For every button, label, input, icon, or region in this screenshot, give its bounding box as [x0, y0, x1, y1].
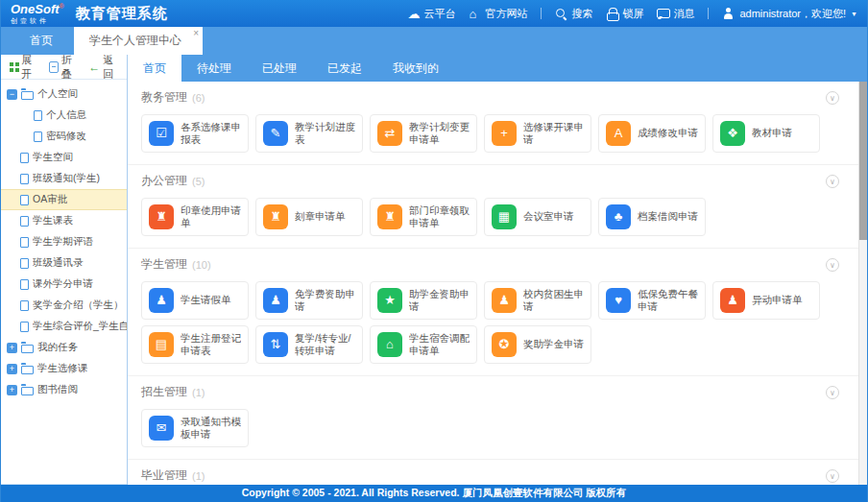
sidebar-tree-item[interactable]: 学生空间 — [1, 147, 127, 168]
card-label: 教学计划变更申请单 — [409, 121, 470, 146]
workflow-section: 教务管理 (6) ☑ 各系选修课申报表 ✎ 教学计划进度表 ⇄ 教学计划变更申请… — [128, 82, 858, 164]
workflow-card[interactable]: ★ 助学金资助申请 — [370, 281, 477, 320]
sidebar-tree-item[interactable]: OA审批 — [1, 189, 127, 210]
main-tab[interactable]: 待处理 — [181, 55, 247, 82]
chevron-down-icon[interactable] — [826, 175, 839, 188]
scrollbar-thumb[interactable] — [859, 82, 867, 240]
main-tab[interactable]: 已处理 — [247, 55, 312, 82]
window-tab[interactable]: 首页 — [14, 27, 68, 55]
grade-edit-icon: A — [606, 121, 631, 146]
tree-item-label: 学生课表 — [33, 214, 73, 227]
card-label: 部门印章领取申请单 — [409, 204, 470, 229]
doc-icon — [20, 216, 29, 227]
sidebar-tree-item[interactable]: 学生选修课 — [1, 358, 127, 379]
doc-icon — [20, 153, 29, 163]
workflow-section: 办公管理 (5) ♜ 印章使用申请单 ♜ 刻章申请单 ♜ 部门印章领取申请单 ▦… — [128, 164, 858, 248]
section-count: (6) — [192, 92, 205, 104]
workflow-card[interactable]: ⌂ 学生宿舍调配申请单 — [370, 325, 477, 364]
doc-icon — [20, 300, 29, 311]
doc-icon — [20, 279, 29, 290]
sidebar-tree-item[interactable]: 学生课表 — [1, 210, 127, 231]
sidebar-tree-item[interactable]: 奖学金介绍（学生） — [1, 295, 127, 316]
workflow-card[interactable]: ✪ 奖助学金申请 — [484, 325, 591, 364]
workflow-card[interactable]: ☑ 各系选修课申报表 — [141, 114, 249, 153]
workflow-card[interactable]: ❖ 教材申请 — [712, 114, 820, 153]
scrollbar[interactable] — [858, 82, 867, 485]
workflow-card[interactable]: ⇅ 复学/转专业/转班申请 — [255, 325, 363, 364]
search-icon — [555, 8, 567, 20]
chevron-down-icon[interactable] — [826, 386, 839, 399]
tree-toggle-icon[interactable] — [7, 364, 17, 374]
divider — [708, 8, 709, 19]
toolbar-button-label: 返回 — [103, 53, 119, 82]
grant-aid-icon: ★ — [377, 288, 402, 313]
sidebar-tree-item[interactable]: 班级通知(学生) — [1, 168, 127, 189]
workflow-card[interactable]: ♜ 部门印章领取申请单 — [370, 198, 477, 236]
header-link[interactable]: 官方网站 — [469, 7, 527, 21]
workflow-card[interactable]: ♥ 低保免费午餐申请 — [598, 281, 706, 320]
workflow-card[interactable]: ▦ 会议室申请 — [484, 198, 591, 236]
workflow-card[interactable]: + 选修课开课申请 — [484, 114, 591, 153]
main-content: 教务管理 (6) ☑ 各系选修课申报表 ✎ 教学计划进度表 ⇄ 教学计划变更申请… — [128, 82, 867, 485]
header-link-label: 官方网站 — [485, 7, 527, 21]
header-links: 云平台 官方网站 搜索 锁屏 消息 — [407, 7, 694, 21]
main-tab[interactable]: 我收到的 — [377, 55, 454, 82]
workflow-card[interactable]: ♜ 印章使用申请单 — [141, 198, 249, 236]
workflow-section: 毕业管理 (1) ♟ 学生离校手续申请 — [128, 459, 858, 485]
doc-icon — [20, 237, 29, 248]
header-link[interactable]: 锁屏 — [606, 7, 643, 21]
workflow-card[interactable]: ♟ 异动申请单 — [712, 281, 820, 320]
sidebar-toolbar-button[interactable]: 返回 — [88, 53, 119, 82]
header-link[interactable]: 搜索 — [555, 7, 592, 21]
sidebar-tree-item[interactable]: 个人信息 — [1, 105, 127, 126]
sidebar-tree-item[interactable]: 班级通讯录 — [1, 252, 127, 274]
chevron-down-icon[interactable] — [826, 91, 839, 105]
tab-close-icon[interactable]: × — [193, 29, 199, 38]
tree-toggle-icon[interactable] — [7, 343, 17, 353]
workflow-card[interactable]: ♟ 学生请假单 — [141, 281, 249, 320]
sidebar-tree-item[interactable]: 学生综合评价_学生自评 — [1, 316, 127, 337]
doc-icon — [20, 195, 29, 205]
sidebar-toolbar-button[interactable]: 折叠 — [49, 53, 80, 82]
folder-icon — [21, 387, 34, 395]
header-link[interactable]: 云平台 — [407, 7, 455, 21]
chevron-down-icon[interactable] — [826, 469, 839, 483]
user-menu[interactable]: administrator，欢迎您! ▼ — [722, 7, 857, 21]
sidebar-tree-item[interactable]: 个人空间 — [1, 84, 127, 105]
workflow-card[interactable]: ⇄ 教学计划变更申请单 — [370, 114, 477, 153]
workflow-card[interactable]: ♟ 免学费资助申请 — [255, 281, 363, 320]
card-label: 档案借阅申请 — [638, 210, 698, 223]
workflow-card[interactable]: ✉ 录取通知书模板申请 — [141, 409, 249, 447]
workflow-card[interactable]: ✎ 教学计划进度表 — [255, 114, 363, 153]
main-tab-label: 首页 — [143, 60, 166, 77]
sidebar-tree-item[interactable]: 学生学期评语 — [1, 231, 127, 252]
section-count: (5) — [192, 176, 205, 187]
card-label: 教材申请 — [752, 127, 792, 139]
tree-toggle-icon[interactable] — [7, 89, 17, 100]
sidebar-tree-item[interactable]: 课外学分申请 — [1, 274, 127, 295]
card-label: 免学费资助申请 — [295, 288, 355, 313]
sidebar-tree-item[interactable]: 我的任务 — [1, 337, 127, 358]
main-tab[interactable]: 首页 — [128, 55, 181, 82]
chevron-down-icon[interactable] — [826, 258, 839, 272]
course-open-icon: + — [492, 121, 517, 146]
cloud-icon — [407, 8, 420, 20]
workflow-card[interactable]: ♣ 档案借阅申请 — [598, 198, 706, 236]
workflow-card[interactable]: A 成绩修改申请 — [598, 114, 706, 153]
window-tab[interactable]: 学生个人管理中心 × — [74, 27, 203, 55]
sidebar-tree-item[interactable]: 图书借阅 — [1, 379, 127, 400]
card-label: 奖助学金申请 — [523, 338, 584, 350]
meeting-room-icon: ▦ — [492, 204, 517, 229]
workflow-card[interactable]: ♜ 刻章申请单 — [255, 198, 363, 236]
seal-carve-icon: ♜ — [263, 204, 288, 229]
tree-item-label: 班级通知(学生) — [33, 172, 100, 185]
main-tab[interactable]: 已发起 — [312, 55, 377, 82]
header-link[interactable]: 消息 — [657, 7, 694, 21]
sidebar-tree-item[interactable]: 密码修改 — [1, 126, 127, 147]
sidebar-toolbar-button[interactable]: 展开 — [9, 53, 39, 82]
section-count: (1) — [192, 470, 205, 482]
workflow-card[interactable]: ♟ 校内贫困生申请 — [484, 281, 591, 320]
workflow-card[interactable]: ▤ 学生注册登记申请表 — [141, 325, 249, 364]
tree-toggle-icon[interactable] — [7, 385, 17, 395]
card-label: 各系选修课申报表 — [181, 121, 241, 146]
